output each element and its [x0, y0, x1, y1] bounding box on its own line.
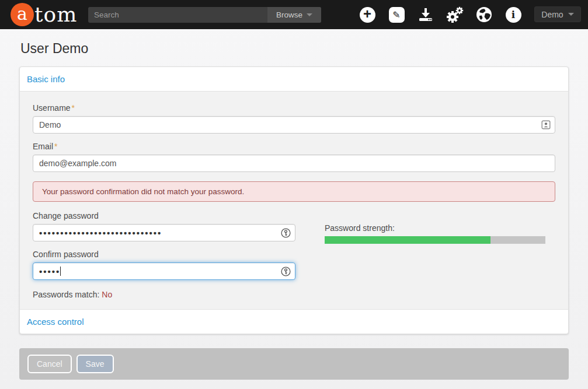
change-password-field-group: Change password [33, 211, 295, 241]
info-icon: i [506, 7, 521, 23]
username-input[interactable] [33, 116, 555, 134]
admin-gears-icon [446, 6, 464, 23]
change-password-label: Change password [33, 211, 295, 220]
add-button[interactable]: + [353, 7, 382, 23]
user-edit-form: Basic info Username* Email* [19, 66, 569, 334]
atom-logo-text: tom [34, 2, 77, 26]
caret-down-icon [568, 13, 574, 16]
change-password-input[interactable] [33, 224, 295, 241]
autofill-contact-icon[interactable] [541, 120, 551, 129]
language-button[interactable] [469, 6, 499, 23]
search-input[interactable] [88, 7, 267, 23]
add-icon: + [360, 7, 375, 23]
main-content: User Demo Basic info Username* [0, 41, 588, 380]
section-basic-info[interactable]: Basic info [20, 67, 568, 91]
app-header: atom Browse + ✎ [0, 0, 588, 29]
error-message: Your password confirmation did not match… [33, 181, 555, 202]
password-key-icon[interactable] [281, 228, 291, 238]
password-strength-track [325, 236, 545, 244]
password-strength-group: Password strength: [325, 223, 545, 299]
text-cursor [60, 267, 61, 276]
username-label: Username* [33, 103, 555, 113]
access-control-link[interactable]: Access control [27, 317, 84, 327]
cancel-button[interactable]: Cancel [27, 355, 72, 373]
email-label: Email* [33, 142, 555, 151]
import-button[interactable] [411, 6, 440, 23]
password-strength-label: Password strength: [325, 223, 545, 233]
atom-logo[interactable]: atom [11, 2, 77, 26]
email-input[interactable] [33, 155, 555, 172]
save-button[interactable]: Save [76, 355, 114, 373]
header-icon-bar: + ✎ [353, 0, 528, 29]
page-title: User Demo [20, 41, 569, 57]
confirm-password-input[interactable] [33, 262, 295, 280]
passwords-match-status: Passwords match: No [33, 290, 295, 299]
required-asterisk: * [54, 142, 57, 151]
user-menu-button[interactable]: Demo [534, 6, 581, 22]
password-row: Change password Confirm password [33, 211, 555, 299]
basic-info-body: Username* Email* [20, 91, 568, 310]
basic-info-link[interactable]: Basic info [27, 74, 65, 84]
search-bar: Browse [88, 7, 321, 23]
confirm-password-label: Confirm password [33, 250, 295, 259]
confirm-password-field-group: Confirm password [33, 250, 295, 280]
user-menu-label: Demo [541, 10, 563, 19]
form-actions-bar: Cancel Save [19, 348, 569, 380]
required-asterisk: * [72, 103, 75, 113]
browse-button[interactable]: Browse [267, 7, 321, 23]
edit-button[interactable]: ✎ [382, 7, 411, 23]
language-globe-icon [476, 6, 492, 23]
email-field-group: Email* [33, 142, 555, 172]
import-download-icon [417, 6, 434, 23]
caret-down-icon [307, 13, 312, 16]
passwords-match-label: Passwords match: [33, 290, 99, 299]
section-access-control[interactable]: Access control [20, 310, 568, 334]
browse-button-label: Browse [276, 10, 302, 19]
passwords-match-value: No [102, 290, 112, 299]
username-field-group: Username* [33, 103, 555, 134]
atom-logo-a-badge: a [11, 3, 34, 26]
quick-links-button[interactable]: i [499, 7, 528, 23]
password-strength-fill [325, 236, 490, 244]
password-key-icon[interactable] [281, 267, 291, 276]
edit-pencil-icon: ✎ [389, 7, 405, 23]
admin-button[interactable] [440, 6, 469, 23]
